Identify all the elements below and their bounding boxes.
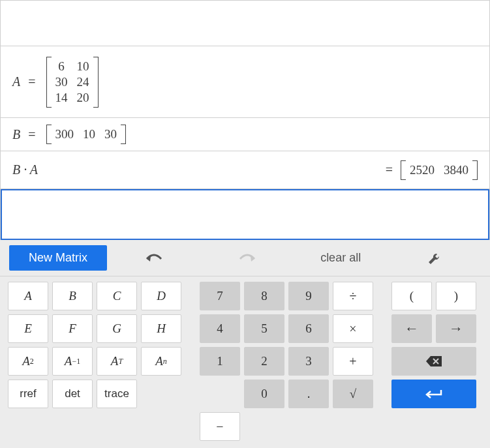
- key-decimal[interactable]: .: [288, 380, 329, 408]
- expression-row-A[interactable]: A = 6 10 30 24 14 20: [1, 46, 489, 118]
- key-det[interactable]: det: [52, 380, 93, 408]
- key-A[interactable]: A: [8, 282, 48, 310]
- key-A-power-n[interactable]: An: [141, 347, 181, 376]
- key-trace[interactable]: trace: [97, 380, 137, 408]
- key-B[interactable]: B: [52, 282, 93, 310]
- result-matrix: 2520 3840: [401, 160, 478, 180]
- variable-name: B: [12, 127, 20, 142]
- key-D[interactable]: D: [141, 282, 181, 310]
- keypad: A B C D E F G H A2 A−1 AT An rref det tr…: [0, 276, 490, 448]
- enter-icon: [424, 389, 444, 399]
- equals-sign: =: [28, 127, 35, 142]
- key-5[interactable]: 5: [244, 314, 284, 343]
- key-A-squared[interactable]: A2: [8, 347, 48, 376]
- key-2[interactable]: 2: [244, 347, 284, 376]
- expression-row-B[interactable]: B = 300 10 30: [1, 118, 489, 151]
- expression-list: A = 6 10 30 24 14 20 B =: [0, 0, 490, 240]
- redo-icon[interactable]: [200, 250, 294, 265]
- matrix-cell: 30: [55, 75, 68, 89]
- key-3[interactable]: 3: [288, 347, 329, 376]
- matrix-cell: 30: [104, 127, 117, 142]
- equals-sign: =: [28, 74, 35, 89]
- key-rref[interactable]: rref: [8, 380, 48, 408]
- key-rparen[interactable]: ): [436, 282, 476, 310]
- nav-keys-group: ( ) ← →: [391, 282, 476, 441]
- clear-all-button[interactable]: clear all: [294, 251, 388, 265]
- key-G[interactable]: G: [97, 314, 137, 343]
- key-arrow-right[interactable]: →: [436, 314, 476, 343]
- key-lparen[interactable]: (: [391, 282, 432, 310]
- equals-sign: =: [386, 162, 393, 177]
- undo-icon[interactable]: [107, 250, 200, 265]
- key-sqrt[interactable]: √: [333, 380, 373, 408]
- matrix-cell: 10: [77, 59, 89, 74]
- key-minus[interactable]: −: [200, 412, 240, 441]
- matrix-cell: 24: [77, 75, 89, 89]
- matrix-cell: 2520: [410, 163, 435, 177]
- expression-lhs: B · A: [12, 162, 38, 177]
- key-divide[interactable]: ÷: [333, 282, 373, 310]
- key-7[interactable]: 7: [200, 282, 240, 310]
- key-9[interactable]: 9: [288, 282, 329, 310]
- key-enter[interactable]: [391, 380, 476, 408]
- backspace-icon: [425, 355, 442, 367]
- key-plus[interactable]: +: [333, 347, 373, 376]
- matrix-cell: 6: [55, 59, 68, 74]
- key-multiply[interactable]: ×: [333, 314, 373, 343]
- key-6[interactable]: 6: [288, 314, 329, 343]
- number-keys-group: 7 8 9 ÷ 4 5 6 × 1 2 3 + 0 . √ −: [200, 282, 373, 441]
- matrix-cell: 14: [55, 91, 68, 105]
- matrix-cell: 20: [77, 91, 89, 105]
- matrix-B: 300 10 30: [46, 125, 127, 144]
- active-input-row[interactable]: [1, 189, 489, 240]
- variable-keys-group: A B C D E F G H A2 A−1 AT An rref det tr…: [8, 282, 181, 441]
- key-F[interactable]: F: [52, 314, 93, 343]
- toolbar: New Matrix clear all: [0, 240, 490, 276]
- key-0[interactable]: 0: [244, 380, 284, 408]
- key-A-transpose[interactable]: AT: [97, 347, 137, 376]
- key-1[interactable]: 1: [200, 347, 240, 376]
- expression-row-result[interactable]: B · A = 2520 3840: [1, 151, 489, 189]
- key-H[interactable]: H: [141, 314, 181, 343]
- matrix-A: 6 10 30 24 14 20: [46, 57, 99, 108]
- key-backspace[interactable]: [391, 347, 476, 376]
- key-8[interactable]: 8: [244, 282, 284, 310]
- matrix-cell: 300: [55, 127, 74, 142]
- key-A-inverse[interactable]: A−1: [52, 347, 93, 376]
- variable-name: A: [12, 74, 20, 89]
- matrix-cell: 10: [83, 127, 95, 142]
- expression-row-blank[interactable]: [1, 1, 489, 46]
- key-E[interactable]: E: [8, 314, 48, 343]
- matrix-cell: 3840: [444, 163, 468, 177]
- key-C[interactable]: C: [97, 282, 137, 310]
- new-matrix-button[interactable]: New Matrix: [9, 245, 107, 271]
- key-arrow-left[interactable]: ←: [391, 314, 432, 343]
- key-4[interactable]: 4: [200, 314, 240, 343]
- settings-icon[interactable]: [388, 250, 481, 265]
